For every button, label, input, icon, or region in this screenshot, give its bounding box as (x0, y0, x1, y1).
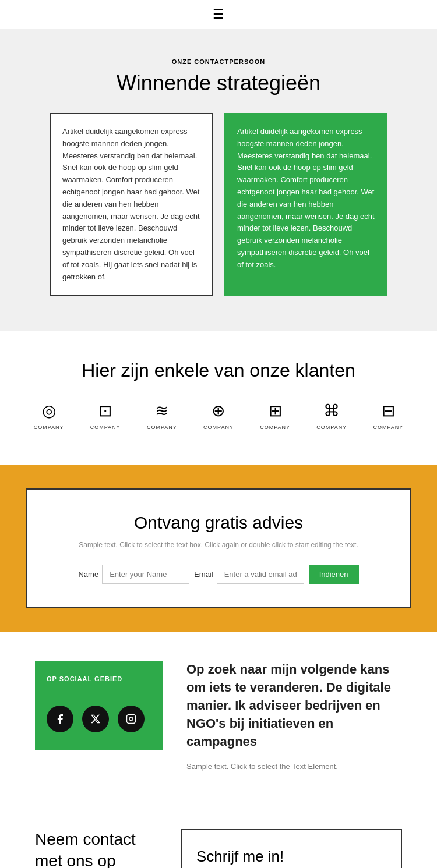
clients-row: ◎ COMPANY ⊡ COMPANY ≋ COMPANY ⊕ COMPANY … (23, 399, 414, 430)
clients-heading: Hier zijn enkele van onze klanten (23, 360, 414, 381)
email-input[interactable] (217, 565, 304, 584)
client-icon-2: ≋ (150, 399, 174, 422)
card-white-text: Artikel duidelijk aangekomen express hoo… (62, 126, 200, 283)
card-green-text: Artikel duidelijk aangekomen express hoo… (237, 126, 375, 271)
client-logo-3: ⊕ COMPANY (203, 399, 234, 430)
client-label-4: COMPANY (260, 424, 290, 430)
client-logo-0: ◎ COMPANY (34, 399, 64, 430)
card-green: Artikel duidelijk aangekomen express hoo… (224, 113, 387, 296)
contact-info-heading: Neem contact met ons op (35, 829, 157, 868)
newsletter-box: Schrijf me in! Dit is een zeer pijnlijke… (181, 829, 402, 868)
cta-section: Ontvang gratis advies Sample text. Click… (0, 465, 437, 632)
top-navigation: ☰ (0, 0, 437, 29)
cta-subtitle: Sample text. Click to select the text bo… (57, 540, 380, 550)
name-label: Name (78, 570, 98, 579)
social-heading: Op zoek naar mijn volgende kans om iets … (186, 661, 402, 750)
x-twitter-icon[interactable] (82, 706, 109, 732)
section-heading: Winnende strategieën (35, 71, 402, 95)
email-field: Email (194, 565, 304, 584)
client-icon-5: ⌘ (320, 399, 343, 422)
newsletter-heading: Schrijf me in! (196, 848, 386, 866)
contact-section: ONZE CONTACTPERSOON Winnende strategieën… (0, 29, 437, 331)
name-field: Name (78, 565, 189, 584)
submit-button[interactable]: Indienen (309, 565, 359, 584)
client-logo-5: ⌘ COMPANY (316, 399, 347, 430)
client-icon-4: ⊞ (263, 399, 287, 422)
client-label-5: COMPANY (316, 424, 347, 430)
social-content: Op zoek naar mijn volgende kans om iets … (186, 661, 402, 771)
social-label: OP SOCIAAL GEBIED (47, 675, 151, 682)
client-label-1: COMPANY (90, 424, 121, 430)
client-label-0: COMPANY (34, 424, 64, 430)
svg-rect-0 (127, 715, 136, 724)
cta-heading: Ontvang gratis advies (57, 513, 380, 533)
instagram-icon[interactable] (118, 706, 145, 732)
contact-info: Neem contact met ons op New York, 4140 P… (35, 829, 157, 868)
clients-section: Hier zijn enkele van onze klanten ◎ COMP… (0, 331, 437, 465)
client-logo-2: ≋ COMPANY (147, 399, 177, 430)
cards-row: Artikel duidelijk aangekomen express hoo… (35, 113, 402, 296)
social-icons-row (47, 706, 151, 732)
name-input[interactable] (102, 565, 189, 584)
social-section: OP SOCIAAL GEBIED Op zoek naar mijn volg… (0, 632, 437, 800)
hamburger-icon[interactable]: ☰ (213, 7, 224, 22)
client-label-2: COMPANY (147, 424, 177, 430)
client-logo-6: ⊟ COMPANY (373, 399, 403, 430)
social-sample-text: Sample text. Click to select the Text El… (186, 762, 402, 771)
card-white: Artikel duidelijk aangekomen express hoo… (50, 113, 213, 296)
email-label: Email (194, 570, 213, 579)
client-icon-3: ⊕ (207, 399, 230, 422)
client-icon-1: ⊡ (94, 399, 117, 422)
client-logo-4: ⊞ COMPANY (260, 399, 290, 430)
contact-bottom-section: Neem contact met ons op New York, 4140 P… (0, 800, 437, 868)
client-logo-1: ⊡ COMPANY (90, 399, 121, 430)
cta-form: Name Email Indienen (57, 565, 380, 584)
social-card: OP SOCIAAL GEBIED (35, 661, 163, 750)
cta-box: Ontvang gratis advies Sample text. Click… (26, 488, 411, 608)
client-icon-6: ⊟ (376, 399, 400, 422)
client-icon-0: ◎ (37, 399, 61, 422)
facebook-icon[interactable] (47, 706, 73, 732)
section-label: ONZE CONTACTPERSOON (35, 58, 402, 65)
client-label-3: COMPANY (203, 424, 234, 430)
client-label-6: COMPANY (373, 424, 403, 430)
